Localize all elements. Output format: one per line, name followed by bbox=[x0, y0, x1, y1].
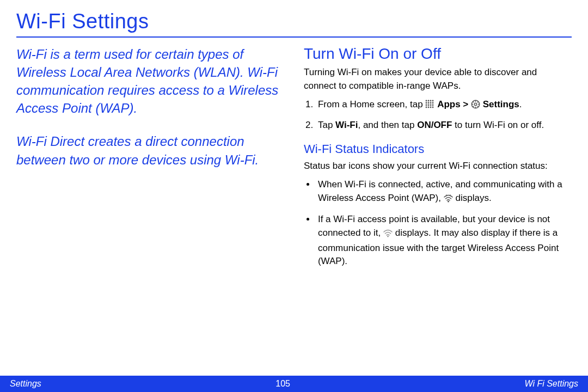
svg-point-5 bbox=[428, 102, 430, 104]
svg-point-3 bbox=[432, 100, 434, 102]
svg-point-4 bbox=[426, 102, 427, 104]
svg-line-23 bbox=[477, 106, 479, 107]
settings-gear-icon bbox=[471, 100, 480, 113]
settings-label: Settings bbox=[483, 99, 519, 109]
step-2-text-a: Tap bbox=[318, 120, 335, 130]
page: Wi-Fi Settings Wi-Fi is a term used for … bbox=[0, 0, 588, 392]
svg-point-10 bbox=[430, 105, 432, 106]
intro-paragraph-2: Wi-Fi Direct creates a direct connection… bbox=[16, 132, 284, 168]
step-2-text-b: , and then tap bbox=[358, 120, 417, 130]
svg-point-11 bbox=[432, 105, 434, 106]
bullet-connected-text-a: When Wi-Fi is connected, active, and com… bbox=[318, 179, 562, 203]
title-underline bbox=[16, 36, 572, 38]
svg-line-22 bbox=[473, 101, 474, 102]
bullet-available: If a Wi-Fi access point is available, bu… bbox=[316, 213, 569, 268]
svg-point-14 bbox=[430, 107, 432, 108]
svg-point-17 bbox=[474, 103, 476, 106]
svg-point-2 bbox=[430, 100, 432, 102]
bullet-connected-text-b: displays. bbox=[455, 193, 491, 203]
wifi-label: Wi-Fi bbox=[335, 120, 358, 130]
intro-paragraph-1: Wi-Fi is a term used for certain types o… bbox=[16, 45, 284, 117]
step-1-text-pre: From a Home screen, tap bbox=[318, 99, 425, 109]
svg-line-24 bbox=[477, 101, 479, 102]
svg-point-8 bbox=[426, 105, 427, 106]
svg-point-9 bbox=[428, 105, 430, 106]
onoff-label: ON/OFF bbox=[417, 120, 452, 130]
two-column-layout: Wi-Fi is a term used for certain types o… bbox=[16, 45, 572, 275]
intro-block: Wi-Fi is a term used for certain types o… bbox=[16, 45, 284, 169]
right-column: Turn Wi-Fi On or Off Turning Wi-Fi on ma… bbox=[304, 45, 572, 275]
page-title: Wi-Fi Settings bbox=[16, 10, 572, 33]
svg-point-12 bbox=[426, 107, 427, 108]
status-indicators-intro: Status bar icons show your current Wi-Fi… bbox=[304, 160, 569, 173]
section-body-turn-wifi: Turning Wi-Fi on makes your device able … bbox=[304, 66, 569, 93]
footer-left: Settings bbox=[10, 379, 41, 389]
footer-right: Wi Fi Settings bbox=[524, 379, 578, 389]
svg-point-6 bbox=[430, 102, 432, 104]
apps-label: Apps bbox=[437, 99, 461, 109]
svg-point-29 bbox=[387, 236, 389, 237]
step-1-text-post: . bbox=[519, 99, 522, 109]
section-heading-turn-wifi: Turn Wi-Fi On or Off bbox=[304, 45, 569, 63]
subheading-status-indicators: Wi-Fi Status Indicators bbox=[304, 142, 569, 156]
step-2: Tap Wi-Fi, and then tap ON/OFF to turn W… bbox=[316, 119, 569, 132]
svg-point-13 bbox=[428, 107, 430, 108]
svg-line-25 bbox=[473, 106, 474, 107]
status-bullets: When Wi-Fi is connected, active, and com… bbox=[316, 178, 569, 268]
svg-point-0 bbox=[426, 100, 427, 102]
left-column: Wi-Fi is a term used for certain types o… bbox=[16, 45, 284, 275]
breadcrumb-separator: > bbox=[463, 99, 471, 109]
wifi-connected-icon bbox=[444, 193, 453, 207]
step-1: From a Home screen, tap Apps > bbox=[316, 98, 569, 113]
footer-page-number: 105 bbox=[275, 379, 290, 389]
steps-list: From a Home screen, tap Apps > bbox=[316, 98, 569, 132]
svg-point-1 bbox=[428, 100, 430, 102]
svg-point-15 bbox=[432, 107, 434, 108]
apps-grid-icon bbox=[425, 100, 434, 113]
bullet-connected: When Wi-Fi is connected, active, and com… bbox=[316, 178, 569, 206]
page-footer: Settings 105 Wi Fi Settings bbox=[0, 376, 588, 392]
wifi-available-icon bbox=[383, 228, 393, 242]
svg-point-26 bbox=[448, 200, 449, 202]
step-2-text-c: to turn Wi-Fi on or off. bbox=[452, 120, 544, 130]
svg-point-7 bbox=[432, 102, 434, 104]
